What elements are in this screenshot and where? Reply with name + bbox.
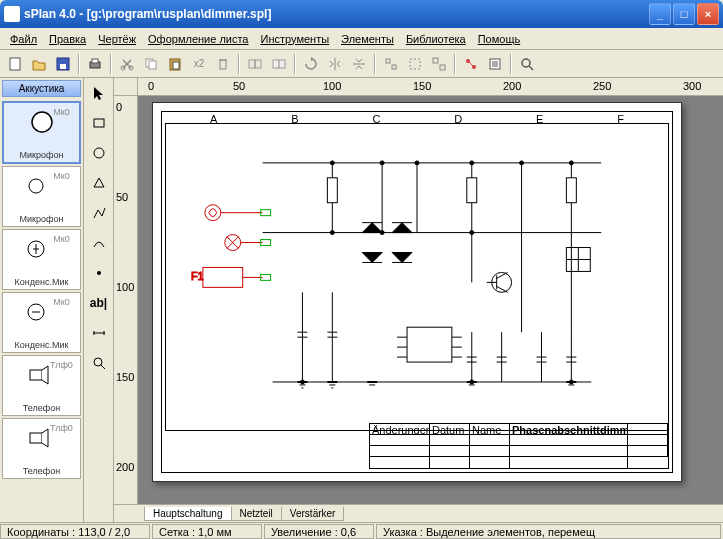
drawing-page[interactable]: ABC DEF (152, 102, 682, 482)
menu-help[interactable]: Помощь (472, 31, 527, 47)
point-tool[interactable] (88, 262, 110, 284)
palette-item[interactable]: Тлф0 Телефон (2, 418, 81, 479)
palette-item[interactable]: Мк0 Конденс.Мик (2, 229, 81, 290)
svg-point-118 (330, 231, 334, 235)
sheet-tab[interactable]: Hauptschaltung (144, 507, 232, 521)
svg-rect-18 (410, 59, 420, 69)
group-button[interactable] (404, 53, 426, 75)
align-button[interactable] (380, 53, 402, 75)
sheet-tab[interactable]: Verstärker (281, 507, 345, 521)
svg-point-117 (569, 161, 573, 165)
poly-tool[interactable] (88, 172, 110, 194)
svg-rect-74 (407, 327, 452, 362)
statusbar: Координаты : 113,0 / 2,0 Сетка : 1,0 мм … (0, 522, 723, 539)
zoom-tool[interactable] (88, 352, 110, 374)
svg-rect-45 (203, 267, 243, 287)
main-area: Аккустика Мк0 Микрофон Мк0 Микрофон Мк0 … (0, 78, 723, 522)
menu-page[interactable]: Оформление листа (142, 31, 254, 47)
svg-rect-16 (386, 59, 390, 63)
copy-button[interactable] (140, 53, 162, 75)
menubar: Файл Правка Чертёж Оформление листа Инст… (0, 28, 723, 50)
text-tool[interactable]: ab| (88, 292, 110, 314)
svg-rect-20 (440, 65, 445, 70)
new-button[interactable] (4, 53, 26, 75)
svg-rect-61 (566, 178, 576, 203)
paste-layout-button[interactable] (268, 53, 290, 75)
palette-item[interactable]: Мк0 Микрофон (2, 101, 81, 164)
close-button[interactable]: × (697, 3, 719, 25)
sheet-tabs: Hauptschaltung Netzteil Verstärker (114, 504, 723, 522)
menu-tools[interactable]: Инструменты (255, 31, 336, 47)
app-icon (4, 6, 20, 22)
svg-rect-14 (273, 60, 279, 68)
print-button[interactable] (84, 53, 106, 75)
palette-category-tab[interactable]: Аккустика (2, 80, 81, 97)
svg-point-119 (380, 231, 384, 235)
svg-rect-32 (30, 370, 42, 380)
zoom-button[interactable] (516, 53, 538, 75)
minimize-button[interactable]: _ (649, 3, 671, 25)
svg-rect-0 (10, 58, 20, 70)
svg-point-115 (470, 161, 474, 165)
save-button[interactable] (52, 53, 74, 75)
open-button[interactable] (28, 53, 50, 75)
menu-drawing[interactable]: Чертёж (92, 31, 142, 47)
svg-rect-11 (220, 60, 226, 69)
delete-button[interactable] (212, 53, 234, 75)
maximize-button[interactable]: □ (673, 3, 695, 25)
svg-point-37 (97, 271, 101, 275)
svg-point-116 (520, 161, 524, 165)
svg-rect-8 (149, 61, 156, 69)
status-zoom: Увеличение : 0,6 (264, 524, 374, 539)
bezier-tool[interactable] (88, 232, 110, 254)
menu-library[interactable]: Библиотека (400, 31, 472, 47)
svg-rect-59 (327, 178, 337, 203)
pointer-tool[interactable] (88, 82, 110, 104)
svg-rect-15 (279, 60, 285, 68)
svg-rect-4 (92, 59, 98, 63)
status-hint: Указка : Выделение элементов, перемещ (376, 524, 721, 539)
list-button[interactable] (484, 53, 506, 75)
palette-items: Мк0 Микрофон Мк0 Микрофон Мк0 Конденс.Ми… (0, 99, 83, 522)
menu-file[interactable]: Файл (4, 31, 43, 47)
svg-point-122 (470, 380, 474, 384)
svg-point-41 (205, 205, 221, 221)
palette-item[interactable]: Мк0 Конденс.Мик (2, 292, 81, 353)
rotate-button[interactable] (300, 53, 322, 75)
rect-tool[interactable] (88, 112, 110, 134)
svg-rect-19 (433, 58, 438, 63)
palette-item[interactable]: Мк0 Микрофон (2, 166, 81, 227)
palette-item[interactable]: Тлф0 Телефон (2, 355, 81, 416)
schematic-drawing[interactable]: F1 (173, 133, 661, 422)
svg-point-120 (470, 231, 474, 235)
snap-button[interactable] (460, 53, 482, 75)
toolbar: x2 (0, 50, 723, 78)
svg-rect-34 (94, 119, 104, 127)
duplicate-button[interactable]: x2 (188, 53, 210, 75)
svg-point-35 (94, 148, 104, 158)
menu-edit[interactable]: Правка (43, 31, 92, 47)
ruler-vertical: 0 50 100 150 200 (114, 96, 138, 504)
svg-rect-13 (255, 60, 261, 68)
canvas[interactable]: ABC DEF (138, 96, 723, 504)
title-block: Änderungen Datum Name Phasenabschnittdim… (369, 423, 669, 469)
svg-rect-10 (173, 62, 179, 69)
svg-rect-17 (392, 65, 396, 69)
component-palette: Аккустика Мк0 Микрофон Мк0 Микрофон Мк0 … (0, 78, 84, 522)
dimension-tool[interactable] (88, 322, 110, 344)
svg-point-113 (380, 161, 384, 165)
cut-button[interactable] (116, 53, 138, 75)
mirror-v-button[interactable] (348, 53, 370, 75)
paste-button[interactable] (164, 53, 186, 75)
drawing-tools: ab| (84, 78, 114, 522)
svg-rect-60 (467, 178, 477, 203)
line-tool[interactable] (88, 202, 110, 224)
mirror-h-button[interactable] (324, 53, 346, 75)
copy-layout-button[interactable] (244, 53, 266, 75)
svg-text:F1: F1 (191, 270, 204, 282)
svg-point-112 (330, 161, 334, 165)
menu-elements[interactable]: Элементы (335, 31, 400, 47)
ungroup-button[interactable] (428, 53, 450, 75)
sheet-tab[interactable]: Netzteil (231, 507, 282, 521)
circle-tool[interactable] (88, 142, 110, 164)
